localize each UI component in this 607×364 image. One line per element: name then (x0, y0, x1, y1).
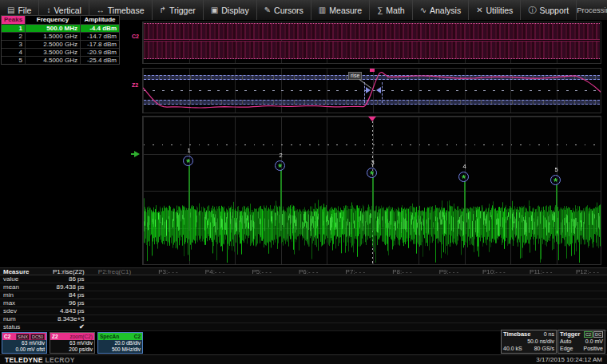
measure-value-p1: ✔ (46, 323, 93, 330)
spectrum-peak-spike (464, 181, 466, 231)
c2-offset: 0.00 mV ofst (2, 346, 46, 353)
menu-item-support[interactable]: ⓘSupport (521, 0, 577, 20)
brand-lecroy: LECROY (45, 356, 74, 364)
measure-row-label: sdev (0, 307, 46, 315)
measure-column-header[interactable]: P4:- - - (186, 268, 233, 275)
measure-column-header[interactable]: P5:- - - (232, 268, 280, 275)
spectrum-peak-marker: * (550, 175, 561, 185)
peaks-table: Peaks Frequency Amplitude 1500.0 MHz-4.4… (1, 15, 120, 65)
menu-item-display[interactable]: ▣Display (204, 0, 257, 20)
frequency-header-label: Frequency (26, 16, 81, 24)
c2-filter-badge: SINX (16, 334, 30, 340)
measure-row: sdev4.843 ps (0, 307, 607, 315)
specan-descriptor-box[interactable]: SpecAn C2 20.0 dB/div 500 MHz/div (97, 332, 143, 354)
peaks-table-row[interactable]: 54.5000 GHz-25.4 dBm (2, 56, 119, 64)
specan-title: SpecAn (100, 334, 119, 340)
c2-waveform-band-lower (144, 41, 600, 59)
spectrum-peak-marker: * (275, 160, 285, 171)
peaks-table-row[interactable]: 21.5000 GHz-14.7 dBm (2, 32, 119, 40)
menu-item-label: Analysis (430, 6, 461, 15)
peak-number: 4 (2, 49, 26, 56)
menu-item-utilities[interactable]: ✕Utilities (469, 0, 521, 20)
display-icon: ▣ (211, 6, 218, 14)
measure-column-header[interactable]: P12:- - - (560, 268, 607, 275)
measure-column-header[interactable]: P10:- - - (466, 268, 514, 275)
measure-row-label: max (0, 299, 46, 307)
processing-label: Processing: (577, 6, 607, 14)
measure-column-header[interactable]: P1:rise(Z2) (46, 268, 93, 275)
menu-item-label: Measure (329, 6, 362, 15)
peaks-table-row[interactable]: 32.5000 GHz-17.8 dBm (2, 40, 119, 48)
timebase-box[interactable]: Timebase 0 ns 50.0 ns/div 40.0 kS 80 GS/… (501, 330, 557, 354)
measure-rows: value86 psmean89.438 psmin84 psmax96 pss… (0, 275, 607, 331)
peak-amplitude: -20.9 dBm (81, 49, 119, 56)
measure-value-p1: 4.843 ps (46, 307, 93, 315)
menu-item-label: Timebase (108, 6, 145, 15)
c2-channel-indicator[interactable]: C2 (132, 34, 139, 39)
timebase-icon: ↔ (97, 6, 105, 14)
menu-item-label: Cursors (274, 6, 304, 15)
measure-value-p1: 84 ps (46, 291, 93, 299)
c2-waveform-grid[interactable] (142, 22, 601, 64)
timebase-title: Timebase (503, 330, 530, 338)
measure-row: min84 ps (0, 291, 607, 299)
peak-frequency: 500.0 MHz (26, 25, 81, 32)
timebase-rate: 80 GS/s (534, 345, 554, 352)
spectrum-peak-spike (372, 177, 374, 231)
menu-item-analysis[interactable]: ∿Analysis (413, 0, 470, 20)
c2-descriptor-box[interactable]: C2 SINXDC50 63 mV/div 0.00 mV ofst (2, 332, 47, 354)
measure-row: max96 ps (0, 299, 607, 307)
trigger-position-marker[interactable] (370, 69, 375, 72)
measure-column-header[interactable]: P3:- - - (139, 268, 186, 275)
peak-asterisk-icon: * (278, 163, 282, 172)
measure-row-label: mean (0, 283, 46, 291)
z2-channel-indicator[interactable]: Z2 (132, 82, 138, 88)
menu-item-math[interactable]: ∑Math (370, 0, 412, 20)
spectrum-peak-spike (280, 170, 282, 231)
peaks-table-row[interactable]: 43.5000 GHz-20.9 dBm (2, 48, 119, 56)
brand-teledyne: TELEDYNE (5, 356, 43, 364)
measure-column-header[interactable]: P6:- - - (280, 268, 327, 275)
specan-vscale: 20.0 dB/div (98, 340, 142, 346)
menu-item-cursors[interactable]: ✎Cursors (257, 0, 311, 20)
measure-column-header[interactable]: P8:- - - (373, 268, 420, 275)
peaks-rows: 1500.0 MHz-4.4 dBm21.5000 GHz-14.7 dBm32… (2, 24, 119, 64)
peaks-table-row[interactable]: 1500.0 MHz-4.4 dBm (2, 24, 119, 32)
timebase-per-div: 50.0 ns/div (503, 338, 554, 345)
peak-number: 3 (2, 41, 26, 48)
spectrum-peak-number: 2 (280, 152, 283, 159)
trigger-slope: Positive (583, 345, 603, 352)
measure-column-header[interactable]: P2:freq(C1) (93, 268, 140, 275)
peak-frequency: 1.5000 GHz (26, 33, 81, 40)
menu-item-trigger[interactable]: ↱Trigger (153, 0, 204, 20)
trigger-box[interactable]: Trigger C2DC Auto 0.0 mV Edge Positive (557, 330, 605, 354)
spectrum-center-marker-icon (368, 117, 376, 121)
measure-column-header[interactable]: P11:- - - (514, 268, 561, 275)
c2-title: C2 (4, 334, 10, 340)
menu-item-measure[interactable]: ▥Measure (311, 0, 370, 20)
menu-item-label: Utilities (486, 6, 514, 15)
measure-column-header[interactable]: P7:- - - (326, 268, 373, 275)
support-icon: ⓘ (528, 5, 536, 16)
c2-scale: 63 mV/div (2, 340, 46, 346)
peak-asterisk-icon: * (462, 174, 466, 184)
spectrum-grid[interactable]: *1*2*3*4*5 (142, 116, 601, 265)
rise-cursor-left[interactable] (364, 82, 365, 103)
peaks-header-label[interactable]: Peaks (2, 16, 26, 24)
vertical-icon: ↕ (46, 6, 50, 14)
z2-descriptor-box[interactable]: Z2 zoom(C2) 63 mV/div 200 ps/div (50, 332, 95, 354)
measure-column-header[interactable]: P9:- - - (420, 268, 467, 275)
peak-amplitude: -4.4 dBm (81, 25, 119, 32)
oscilloscope-screen: ▤File↕Vertical↔Timebase↱Trigger▣Display✎… (0, 0, 607, 364)
measure-row-label: num (0, 315, 46, 322)
spectrum-level-marker-icon[interactable] (134, 151, 140, 157)
z2-zoom-grid[interactable]: rise (142, 68, 601, 113)
file-icon: ▤ (7, 6, 14, 14)
spectrum-peak-spike (188, 165, 190, 231)
menu-right-cluster: Processing: Spectrum Undo ↶ (577, 0, 607, 20)
timebase-samples: 40.0 kS (503, 345, 522, 352)
rise-cursor-right[interactable] (382, 82, 383, 103)
trigger-title: Trigger (560, 330, 580, 338)
peak-frequency: 3.5000 GHz (26, 49, 81, 56)
spectrum-peak-marker: * (458, 172, 469, 182)
